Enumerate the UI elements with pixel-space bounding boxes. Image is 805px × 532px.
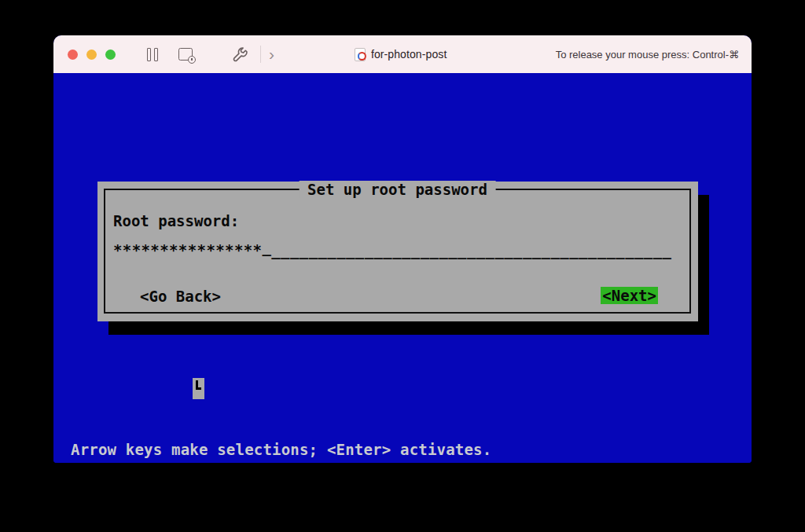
status-line: Arrow keys make selections; <Enter> acti… [71, 441, 491, 458]
vm-document-icon [355, 48, 366, 61]
text-cursor: _ [262, 238, 271, 255]
window-title-group: for-photon-post [355, 35, 447, 73]
traffic-light-zoom[interactable] [105, 50, 116, 60]
vm-window: › for-photon-post To release your mouse … [53, 35, 752, 463]
vm-screen: Set up root password Root password: ****… [53, 73, 752, 463]
password-mask: **************** [113, 241, 262, 259]
root-password-dialog: Set up root password Root password: ****… [97, 182, 698, 321]
toolbar-divider [260, 46, 261, 63]
traffic-light-minimize[interactable] [86, 50, 97, 60]
password-input[interactable]: ****************________________________… [113, 241, 671, 259]
dialog-frame: Set up root password Root password: ****… [104, 189, 691, 314]
vm-toolbar: › [136, 46, 278, 63]
password-label: Root password: [113, 212, 239, 229]
mouse-cursor-artifact [193, 378, 204, 399]
window-titlebar: › for-photon-post To release your mouse … [53, 35, 752, 73]
dialog-title: Set up root password [299, 181, 496, 198]
wrench-icon[interactable] [232, 46, 248, 62]
field-underscores: ________________________________________… [271, 241, 671, 259]
mouse-release-hint: To release your mouse press: Control-⌘ [556, 35, 739, 73]
window-title: for-photon-post [371, 48, 447, 61]
traffic-lights [53, 50, 116, 60]
pause-icon[interactable] [136, 48, 169, 61]
chevron-right-icon[interactable]: › [266, 46, 278, 62]
go-back-button[interactable]: <Go Back> [140, 288, 221, 305]
snapshots-icon[interactable] [178, 48, 193, 61]
traffic-light-close[interactable] [68, 50, 78, 60]
next-button[interactable]: <Next> [601, 287, 658, 304]
